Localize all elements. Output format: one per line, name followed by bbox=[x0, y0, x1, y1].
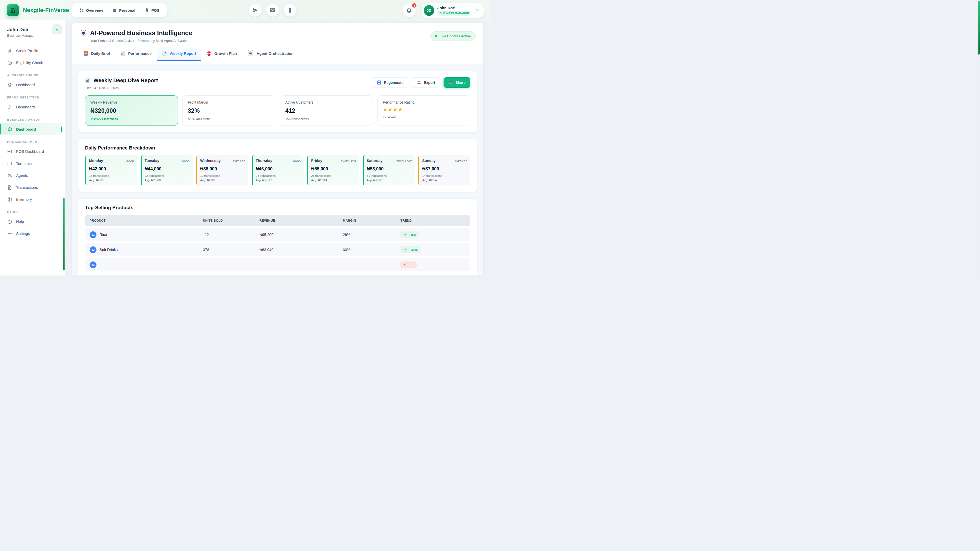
quick-action-mail-icon[interactable] bbox=[266, 4, 279, 17]
robot-emoji bbox=[80, 30, 87, 37]
cube-icon bbox=[7, 127, 12, 132]
sidebar-collapse-button[interactable] bbox=[52, 24, 62, 34]
star-rating-icon: ★★★★ bbox=[383, 106, 465, 113]
help-icon bbox=[7, 219, 12, 224]
stat-card-performance-rating: Performance Rating★★★★Excellent bbox=[377, 95, 470, 126]
send-icon bbox=[252, 7, 258, 13]
day-status-badge: GOOD bbox=[182, 160, 190, 162]
trend-badge: +8% bbox=[401, 231, 418, 238]
notification-badge: 3 bbox=[412, 3, 417, 8]
share-button[interactable]: Share bbox=[444, 77, 470, 88]
column-header: PRODUCT bbox=[86, 219, 199, 222]
sidebar-section-heading: OTHER bbox=[0, 205, 65, 216]
trend-badge bbox=[401, 262, 417, 268]
live-dot-icon bbox=[435, 35, 437, 37]
table-row[interactable]: #3 bbox=[85, 258, 470, 272]
rank-badge: #1 bbox=[89, 231, 97, 238]
brand: Nexgile-FinVerse bbox=[6, 4, 69, 16]
sidebar-item-terminals[interactable]: Terminals bbox=[0, 157, 65, 169]
regenerate-button[interactable]: Regenerate bbox=[372, 77, 408, 88]
day-card-thursday: ThursdayGOOD₦46,00024 transactionsAvg: ₦… bbox=[251, 156, 304, 186]
sidebar-item-inventory[interactable]: Inventory bbox=[0, 193, 65, 205]
tab-performance[interactable]: Performance bbox=[115, 47, 157, 61]
user-menu[interactable]: JD John Doe BUSINESS MANAGER bbox=[422, 3, 484, 18]
sidebar-scrollbar-thumb[interactable] bbox=[63, 198, 65, 270]
day-card-monday: MondayGOOD₦42,00018 transactionsAvg: ₦2,… bbox=[85, 156, 137, 186]
sidebar-item-dashboard[interactable]: Dashboard bbox=[0, 101, 65, 113]
tab-agent-orchestration[interactable]: Agent Orchestration bbox=[242, 47, 299, 61]
tab-bar: Daily BriefPerformanceWeekly ReportGrowt… bbox=[72, 47, 484, 61]
quick-action-device-icon[interactable] bbox=[283, 4, 296, 17]
sidebar-item-dashboard[interactable]: Dashboard bbox=[0, 123, 63, 135]
sidebar-section-heading: FRAUD DETECTION bbox=[0, 91, 65, 101]
export-button[interactable]: Export bbox=[412, 77, 440, 88]
sidebar-user-name: John Doe bbox=[7, 27, 59, 32]
table-row[interactable]: #2Soft Drinks378₦68,04033%+30% bbox=[85, 243, 470, 256]
day-card-friday: FridayEXCELLENT₦55,00028 transactionsAvg… bbox=[307, 156, 360, 186]
sidebar-item-help[interactable]: Help bbox=[0, 216, 65, 227]
sidebar-section-heading: AI CREDIT ENGINE bbox=[0, 68, 65, 79]
table-row[interactable]: #1Rice112₦95,20029%+8% bbox=[85, 228, 470, 241]
bell-icon bbox=[406, 7, 412, 14]
app-logo[interactable] bbox=[6, 4, 19, 16]
day-status-badge: GOOD bbox=[126, 160, 134, 162]
sidebar-item-settings[interactable]: Settings bbox=[0, 227, 65, 240]
day-status-badge: AVERAGE bbox=[455, 160, 467, 162]
top-products-card: Top-Selling Products PRODUCTUNITS SOLDRE… bbox=[78, 198, 477, 275]
sidebar-menu: Credit ProfileEligibility CheckAI CREDIT… bbox=[0, 40, 65, 240]
daily-breakdown-card: Daily Performance Breakdown MondayGOOD₦4… bbox=[78, 139, 477, 192]
tray-up-emoji bbox=[449, 80, 453, 85]
box-icon bbox=[7, 197, 12, 202]
smartphone-icon bbox=[145, 8, 149, 13]
sunrise-emoji bbox=[83, 51, 89, 56]
sidebar-item-dashboard[interactable]: Dashboard bbox=[0, 79, 65, 91]
quick-action-send-icon[interactable] bbox=[249, 4, 262, 17]
sidebar-user-role: Business Manager bbox=[7, 34, 59, 38]
notifications-button[interactable]: 3 bbox=[402, 4, 416, 17]
sidebar-item-transactions[interactable]: Transactions bbox=[0, 181, 65, 193]
chevron-down-icon bbox=[476, 8, 480, 12]
page-title-row: AI-Powered Business Intelligence bbox=[80, 29, 192, 37]
daily-breakdown-title: Daily Performance Breakdown bbox=[85, 145, 470, 151]
day-status-badge: GOOD bbox=[293, 160, 301, 162]
bar-chart-emoji bbox=[120, 51, 126, 56]
sidebar-item-pos-dashboard[interactable]: POS Dashboard bbox=[0, 145, 65, 157]
tab-growth-plan[interactable]: Growth Plan bbox=[201, 47, 242, 61]
sidebar-item-agents[interactable]: Agents bbox=[0, 169, 65, 181]
topbar-nav-personal[interactable]: Personal bbox=[108, 5, 140, 15]
trend-down-emoji bbox=[403, 263, 407, 267]
tray-down-emoji bbox=[417, 80, 422, 85]
refresh-emoji bbox=[377, 80, 382, 85]
sidebar-item-eligibility-check[interactable]: Eligibility Check bbox=[0, 57, 65, 68]
rank-badge: #2 bbox=[89, 246, 97, 253]
sidebar-section-heading: BUSINESS ADVISOR bbox=[0, 113, 65, 123]
stat-card-weekly-revenue[interactable]: Weekly Revenue₦320,000+12% vs last week bbox=[85, 95, 178, 126]
tab-daily-brief[interactable]: Daily Brief bbox=[78, 47, 115, 61]
day-status-badge: AVERAGE bbox=[233, 160, 245, 162]
day-card-saturday: SaturdayEXCELLENT₦58,00031 transactionsA… bbox=[363, 156, 415, 186]
brand-name: Nexgile-FinVerse bbox=[23, 7, 69, 14]
report-actions: Regenerate Export Share bbox=[372, 77, 470, 88]
check-circle-icon bbox=[7, 60, 12, 65]
target-emoji bbox=[207, 51, 212, 56]
sidebar-section-heading: POS MANAGEMENT bbox=[0, 135, 65, 145]
tab-weekly-report[interactable]: Weekly Report bbox=[157, 47, 201, 61]
topbar-nav-pos[interactable]: POS bbox=[140, 5, 164, 15]
sliders-icon bbox=[7, 231, 12, 236]
live-updates-label: Live Updates Active bbox=[439, 34, 471, 38]
robot-emoji bbox=[247, 50, 254, 57]
mail-icon bbox=[269, 7, 275, 13]
report-title: Weekly Deep Dive Report bbox=[94, 77, 158, 83]
weekly-report-card: Weekly Deep Dive Report Dec 24 - Dec 30,… bbox=[78, 71, 477, 133]
products-table: PRODUCTUNITS SOLDREVENUEMARGINTREND #1Ri… bbox=[85, 215, 470, 272]
day-status-badge: EXCELLENT bbox=[396, 160, 412, 162]
sidebar-item-credit-profile[interactable]: Credit Profile bbox=[0, 44, 65, 57]
sparkle-icon bbox=[7, 105, 12, 110]
page-title: AI-Powered Business Intelligence bbox=[90, 29, 192, 37]
user-name: John Doe bbox=[438, 6, 471, 10]
topbar-nav-overview[interactable]: Overview bbox=[75, 5, 108, 15]
stat-card-active-customers: Active Customers412156 transactions bbox=[280, 95, 373, 126]
active-indicator bbox=[0, 124, 1, 135]
grid-icon bbox=[79, 8, 84, 13]
device-icon bbox=[287, 7, 293, 13]
